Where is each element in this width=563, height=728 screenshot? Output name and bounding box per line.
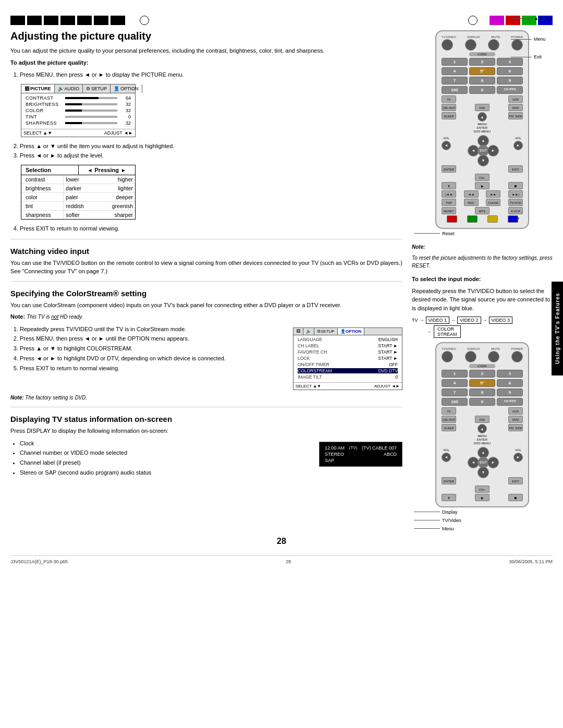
- r2-cblsat-btn[interactable]: CBL/SAT: [442, 416, 456, 423]
- right-column: TV/VIDEO DISPLAY MUTE POWER CODE: [412, 30, 553, 531]
- reset-btn[interactable]: RESET: [442, 207, 456, 214]
- skip-back-btn[interactable]: |◄◄: [442, 190, 456, 198]
- btn-7[interactable]: 7: [442, 77, 468, 84]
- opt-tab-audio[interactable]: 🔊: [303, 328, 314, 335]
- remote2-top-labels: TV/VIDEO DISPLAY MUTE POWER: [442, 347, 523, 350]
- opt-tab-picture[interactable]: 🖼: [293, 328, 303, 335]
- r2-stop-btn[interactable]: ⏹: [508, 494, 523, 501]
- r2-vcr-btn[interactable]: VCR: [508, 407, 523, 415]
- display-btn[interactable]: [465, 39, 476, 51]
- pic-tab-option[interactable]: 👤 OPTION: [111, 84, 142, 93]
- dvd-btn[interactable]: DVD: [508, 104, 523, 111]
- r2-playback-row: ⏸ ▶ ⏹: [442, 494, 523, 501]
- tvvideo-btn[interactable]: [442, 39, 453, 51]
- enter-btn2[interactable]: ENTER: [442, 165, 456, 173]
- r2-pause-btn[interactable]: ⏸: [442, 494, 456, 501]
- rew-btn[interactable]: ◄◄: [464, 190, 479, 198]
- btn-0[interactable]: 0: [469, 86, 495, 94]
- r2-btn-8[interactable]: 8: [469, 389, 495, 396]
- r2-tv-btn[interactable]: TV: [442, 407, 456, 415]
- r2-dvd-btn[interactable]: DVD: [508, 416, 523, 423]
- r2-btn-100[interactable]: 100: [442, 398, 468, 406]
- btn-9[interactable]: 9: [497, 77, 523, 84]
- a-vcr-ch-btn[interactable]: A VCR CH ▼: [508, 207, 523, 214]
- btn-1[interactable]: 1: [442, 58, 468, 66]
- play-btn[interactable]: ▶: [475, 182, 489, 189]
- r2-btn-3[interactable]: 3: [497, 370, 523, 378]
- topmenu-btn[interactable]: TOP MENU: [442, 199, 456, 206]
- cblsat-btn[interactable]: CBL/SAT: [442, 104, 456, 111]
- r2-btn-6[interactable]: 6: [497, 379, 523, 387]
- rec-btn[interactable]: REC: [464, 199, 479, 206]
- red-btn[interactable]: [447, 215, 457, 223]
- vol-up-btn[interactable]: ►: [513, 141, 523, 150]
- btn-8[interactable]: 8: [469, 77, 495, 84]
- r2-fav-btn[interactable]: FAV: [475, 416, 489, 423]
- r2-tvvideo-btn[interactable]: [442, 351, 453, 362]
- btn-100[interactable]: 100: [442, 86, 468, 94]
- r2-mute-btn[interactable]: [488, 351, 499, 362]
- r2-vol-up-btn[interactable]: ►: [513, 453, 523, 462]
- r2-exit-btn[interactable]: EXIT: [508, 477, 523, 484]
- skip-fwd-btn[interactable]: ►►|: [508, 190, 523, 198]
- mute-btn[interactable]: [488, 39, 499, 51]
- exit-btn[interactable]: EXIT: [508, 165, 523, 173]
- btn-6[interactable]: 6: [497, 67, 523, 75]
- pic-tab-setup[interactable]: ⚙ SETUP: [83, 84, 111, 93]
- r2-play-btn[interactable]: ▶: [475, 494, 489, 501]
- r2-sleep-btn[interactable]: SLEEP: [442, 424, 456, 431]
- colorstream-row[interactable]: COLORSTREAM DVD DTV: [298, 368, 398, 373]
- r2-vol-nav-row: VOL ◄ MENUENTERDVD MENU ▲ ◄ ENT ►: [442, 434, 523, 476]
- selection-table: Selection ◄ Pressing ► contrast lower: [21, 165, 136, 220]
- tv-btn[interactable]: TV: [442, 95, 456, 103]
- btn-4[interactable]: 4: [442, 67, 468, 75]
- ch-minus-btn[interactable]: CH–: [475, 174, 489, 181]
- r2-ch-minus-btn[interactable]: CH–: [475, 486, 489, 493]
- mts-btn[interactable]: MTS: [475, 207, 489, 214]
- pic-tab-audio[interactable]: 🔊 AUDIO: [55, 84, 83, 93]
- vcr-btn[interactable]: VCR: [508, 95, 523, 103]
- r2-enter-btn2[interactable]: ENTER: [442, 477, 456, 484]
- r2-ch-up-btn[interactable]: ▲: [478, 424, 487, 433]
- r2-btn-4[interactable]: 4: [442, 379, 468, 387]
- reset-annot-label: Reset: [442, 231, 455, 236]
- green-btn[interactable]: [467, 215, 478, 223]
- fav-btn[interactable]: FAV: [475, 104, 489, 111]
- blue-btn[interactable]: [508, 215, 518, 223]
- section2-title: Watching video input: [10, 247, 402, 256]
- picsize-btn[interactable]: PIC SIZE: [508, 112, 523, 119]
- ch-up-btn[interactable]: ▲: [478, 112, 487, 122]
- r2-btn-7[interactable]: 7: [442, 389, 468, 396]
- clear-btn[interactable]: CLEAR: [486, 199, 500, 206]
- section1-steps: Press MENU, then press ◄ or ► to display…: [20, 70, 402, 80]
- ff-btn[interactable]: ►►: [486, 190, 500, 198]
- r2-btn-5[interactable]: 5°: [469, 379, 495, 387]
- yellow-btn[interactable]: [487, 215, 498, 223]
- r2-btn-9[interactable]: 9: [497, 389, 523, 396]
- r2-btn-0[interactable]: 0: [469, 398, 495, 406]
- remote2-top-btns: [442, 351, 523, 362]
- r2-display-btn[interactable]: [465, 351, 476, 362]
- r2-btn-1[interactable]: 1: [442, 370, 468, 378]
- stop-btn[interactable]: ⏹: [508, 182, 523, 189]
- opt-tab-setup[interactable]: ⚙ SETUP: [314, 328, 338, 335]
- vol-down-btn[interactable]: ◄: [442, 141, 451, 150]
- r2-picsize-btn[interactable]: PIC SIZE: [508, 424, 523, 431]
- btn-chrtn[interactable]: CH RTN: [497, 86, 523, 94]
- tvvcr-btn[interactable]: TV/VCR: [508, 199, 523, 206]
- r2-btn-chrtn[interactable]: CH RTN: [497, 398, 523, 406]
- s3-step4: Press ◄ or ► to highlight DVD or DTV, de…: [20, 354, 280, 363]
- tv-row1: 12:00 AM (TV) (TV) CABLE 007: [325, 445, 397, 451]
- btn-2[interactable]: 2: [469, 58, 495, 66]
- pic-tab-picture[interactable]: 🖼 PICTURE: [21, 84, 55, 93]
- sleep-btn[interactable]: SLEEP: [442, 112, 456, 119]
- vf-tv: TV: [412, 318, 418, 323]
- r2-power-btn[interactable]: [511, 351, 523, 362]
- r2-btn-2[interactable]: 2: [469, 370, 495, 378]
- option-icon: 👤: [114, 86, 119, 91]
- pause-btn[interactable]: ⏸: [442, 182, 456, 189]
- btn-5[interactable]: 5°: [469, 67, 495, 75]
- vf-arrow3: →: [483, 318, 487, 323]
- opt-tab-option[interactable]: 👤 OPTION: [338, 328, 365, 335]
- r2-vol-down-btn[interactable]: ◄: [442, 453, 451, 462]
